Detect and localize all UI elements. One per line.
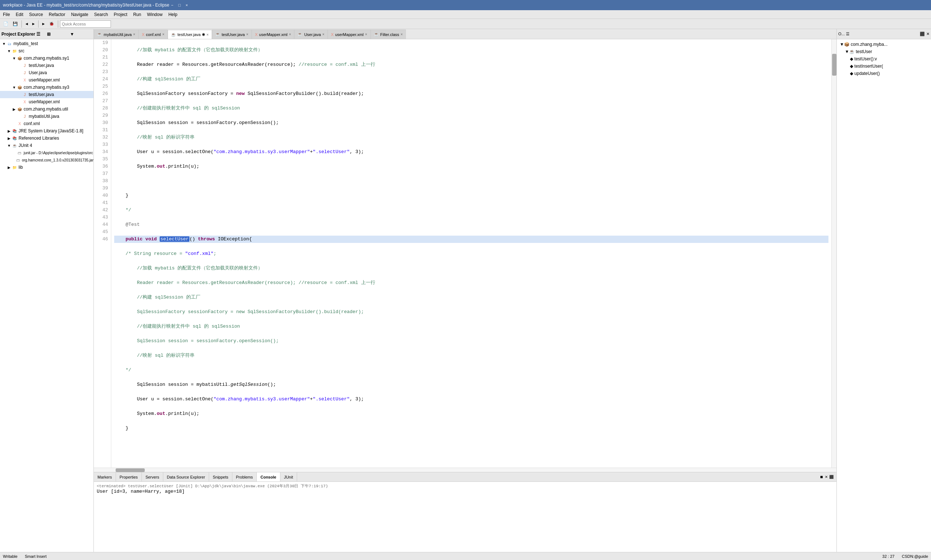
tab-close-icon[interactable]: × [401,32,403,36]
menu-search[interactable]: Search [91,10,111,18]
editor-tabs: ☕ mybatisUtil.java × X conf.xml × ☕ test… [94,29,836,39]
code-line-44: System.out.println(u); [114,410,828,417]
code-line-35: Reader reader = Resources.getResourceAsR… [114,279,828,286]
code-line-20: Reader reader = Resources.getResourceAsR… [114,61,828,68]
menu-window[interactable]: Window [144,10,165,18]
bottom-tab-junit[interactable]: JUnit [280,472,297,482]
tree-item-testuser-sy3[interactable]: J testUser.java [0,91,94,98]
tab-usermapper-2[interactable]: X userMapper.xml × [328,29,370,39]
rp-item-package[interactable]: ▼ 📦 com.zhang.myba... [838,41,929,48]
titlebar-title: workplace - Java EE - mybatis_test/src/c… [3,3,169,8]
tab-conf[interactable]: X conf.xml × [138,29,168,39]
rp-item-testuser-method[interactable]: ◆ testUser():v [838,55,929,63]
tab-close-icon[interactable]: × [162,32,165,36]
tree-item-testuser-sy1[interactable]: J testUser.java [0,62,94,69]
tab-close-icon[interactable]: × [289,32,291,36]
tab-close-icon[interactable]: × [365,32,367,36]
project-explorer-title: Project Explorer ☰ [2,32,47,37]
bottom-tab-problems[interactable]: Problems [232,472,257,482]
tree-item-sy1[interactable]: ▼ 📦 com.zhang.mybatis.sy1 [0,55,94,62]
code-line-40: //映射 sql 的标识字符串 [114,352,828,359]
tree-item-sy3[interactable]: ▼ 📦 com.zhang.mybatis.sy3 [0,84,94,91]
tab-close-icon[interactable]: × [206,33,209,37]
bottom-toolbar: ⏹ ✕ ⬛ [817,475,836,479]
rp-item-updateuser[interactable]: ◆ updateUser() [838,70,929,77]
status-insert: Smart Insert [25,554,46,558]
menu-file[interactable]: File [0,10,13,18]
project-icon: 🗂 [6,41,12,46]
rp-title: O... ☰ [838,32,849,36]
tree-item-mybatis-test[interactable]: ▼ 🗂 mybatis_test [0,40,94,47]
menu-edit[interactable]: Edit [13,10,26,18]
tab-close-icon[interactable]: × [246,32,248,36]
right-panel-tree: ▼ 📦 com.zhang.myba... ▼ ☕ testUser ◆ tes… [837,39,931,552]
menu-source[interactable]: Source [26,10,46,18]
tab-usermapper[interactable]: X userMapper.xml × [252,29,294,39]
right-panel-header: O... ☰ ⬛ ✕ [837,29,931,39]
console-content: <terminated> testUser.selectUser [JUnit]… [94,482,836,552]
code-editor[interactable]: 1920212223 2425262728 2930313233 3435363… [94,39,836,468]
java-icon: J [22,70,28,75]
minimize-button[interactable]: − [169,2,175,8]
tab-user[interactable]: ☕ User.java × [294,29,328,39]
tree-item-usermapper-sy3[interactable]: X userMapper.xml [0,98,94,105]
bottom-tab-snippets[interactable]: Snippets [209,472,232,482]
bottom-tab-datasource[interactable]: Data Source Explorer [163,472,209,482]
menu-run[interactable]: Run [130,10,144,18]
bottom-tab-markers[interactable]: Markers [94,472,116,482]
maximize-button[interactable]: □ [177,2,183,8]
code-line-23: //创建能执行映射文件中 sql 的 sqlSession [114,105,828,112]
code-line-21: //构建 sqlSession 的工厂 [114,75,828,83]
code-line-30: */ [114,206,828,214]
toolbar-new-button[interactable]: 📄 [2,20,10,27]
toolbar-run-button[interactable]: ▶ [40,20,46,27]
right-panel: O... ☰ ⬛ ✕ ▼ 📦 com.zhang.myba... ▼ ☕ tes… [836,29,931,552]
tab-icon: ☕ [171,32,176,37]
tree-item-conf[interactable]: X conf.xml [0,120,94,127]
menu-help[interactable]: Help [165,10,180,18]
tab-label: User.java [304,32,321,37]
toolbar-forward-button[interactable]: ▶ [31,20,37,27]
close-button[interactable]: × [184,2,190,8]
toolbar-save-button[interactable]: 💾 [11,20,20,27]
status-extra: CSDN:@guide [902,554,928,558]
console-output: User [id=3, name=Harry, age=18] [97,489,834,494]
tab-filter[interactable]: ☕ Filter.class × [371,29,406,39]
tree-item-user-sy1[interactable]: J User.java [0,69,94,76]
tab-mybatisutil[interactable]: ☕ mybatisUtil.java × [94,29,138,39]
bottom-tab-properties[interactable]: Properties [116,472,142,482]
quick-access-input[interactable] [60,20,111,28]
menu-project[interactable]: Project [111,10,130,18]
tab-close-icon[interactable]: × [133,32,135,36]
menu-navigate[interactable]: Navigate [68,10,91,18]
tree-item-junit4[interactable]: ▼ ☕ JUnit 4 [0,142,94,149]
tab-icon: X [142,32,145,37]
horizontal-scrollbar[interactable] [94,468,836,472]
tree-item-util[interactable]: ▶ 📦 com.zhang.mybatis.util [0,105,94,113]
tab-testuser-active[interactable]: ☕ testUser.java ✱ × [168,30,212,39]
toolbar-back-button[interactable]: ◀ [24,20,30,27]
bottom-tab-console[interactable]: Console [257,472,280,482]
tree-item-mybatisutil[interactable]: J mybatisUtil.java [0,113,94,120]
tab-icon: ☕ [97,32,102,37]
tree-item-hamcrest-jar[interactable]: 🗃 org.hamcrest.core_1.3.0.v201303031735.… [0,156,94,164]
tree-item-src[interactable]: ▼ 📁 src [0,47,94,55]
editor-scrollbar[interactable] [831,39,836,468]
tree-item-lib[interactable]: ▶ 📁 lib [0,164,94,171]
project-explorer: Project Explorer ☰ ⊞ ▼ ▼ 🗂 mybatis_test … [0,29,94,552]
tree-item-junit-jar[interactable]: 🗃 junit.jar - D:\App\eclipse\eclipse/plu… [0,149,94,156]
rp-item-testuser[interactable]: ▼ ☕ testUser [838,48,929,55]
tab-close-icon[interactable]: × [322,32,325,36]
tree-item-referenced-libraries[interactable]: ▶ 📚 Referenced Libraries [0,135,94,142]
menu-refactor[interactable]: Refactor [46,10,68,18]
bottom-tab-servers[interactable]: Servers [142,472,163,482]
bottom-area: Markers Properties Servers Data Source E… [94,472,836,552]
tab-label: testUser.java ✱ [177,32,205,37]
tab-testuser-2[interactable]: ☕ testUser.java × [212,29,252,39]
toolbar-debug-button[interactable]: 🐞 [47,20,56,27]
menubar: File Edit Source Refactor Navigate Searc… [0,10,931,19]
tree-item-jre[interactable]: ▶ 📚 JRE System Library [JavaSE-1.8] [0,127,94,135]
rp-item-testinsertuser[interactable]: ◆ testInsertUser( [838,63,929,70]
tree-item-usermapper-sy1[interactable]: X userMapper.xml [0,76,94,84]
code-content[interactable]: //加载 mybatis 的配置文件（它也加载关联的映射文件） Reader r… [111,39,831,468]
